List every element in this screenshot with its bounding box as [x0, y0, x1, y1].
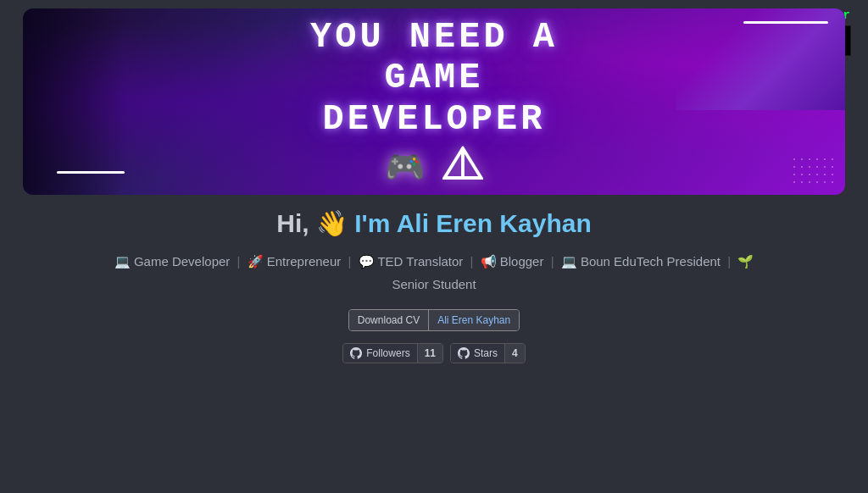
stars-label: Stars: [474, 347, 498, 359]
banner-line-top-right: [743, 21, 828, 24]
banner-text: YOU NEED A GAME DEVELOPER 🎮: [310, 17, 558, 187]
banner-icons: 🎮: [310, 146, 558, 186]
followers-badge[interactable]: Followers 11: [342, 343, 443, 363]
cv-button[interactable]: Download CV Ali Eren Kayhan: [348, 309, 520, 331]
stars-badge[interactable]: Stars 4: [450, 343, 526, 363]
github-followers-icon: [350, 347, 362, 359]
stars-badge-left: Stars: [451, 344, 505, 363]
sep4: |: [551, 254, 554, 269]
github-stats: Followers 11 Stars 4: [0, 343, 868, 363]
roles: 💻 Game Developer | 🚀 Entrepreneur | 💬 TE…: [0, 250, 868, 296]
sep2: |: [348, 254, 351, 269]
greeting: Hi, 👋 I'm Ali Eren Kayhan: [0, 208, 868, 238]
banner-line-bottom-left: [57, 171, 125, 174]
followers-count: 11: [418, 344, 442, 363]
banner: YOU NEED A GAME DEVELOPER 🎮: [23, 8, 845, 195]
controller-icon: 🎮: [385, 147, 425, 185]
sep1: |: [236, 254, 240, 269]
stars-count: 4: [505, 344, 525, 363]
sep5: |: [727, 254, 731, 269]
followers-badge-left: Followers: [343, 344, 417, 363]
unity-icon: [442, 146, 482, 186]
followers-label: Followers: [366, 347, 409, 359]
cv-button-label: Download CV: [349, 310, 429, 330]
cv-button-container: Download CV Ali Eren Kayhan: [0, 309, 868, 331]
greeting-name: I'm Ali Eren Kayhan: [354, 209, 591, 237]
cv-button-name: Ali Eren Kayhan: [429, 310, 519, 330]
banner-title: YOU NEED A GAME DEVELOPER: [310, 17, 558, 140]
sep3: |: [470, 254, 474, 269]
keyboard-overlay: [676, 8, 845, 110]
github-stars-icon: [458, 347, 470, 359]
dots-pattern: [793, 158, 837, 186]
left-overlay: [23, 8, 125, 195]
main-content: Hi, 👋 I'm Ali Eren Kayhan 💻 Game Develop…: [0, 195, 868, 363]
